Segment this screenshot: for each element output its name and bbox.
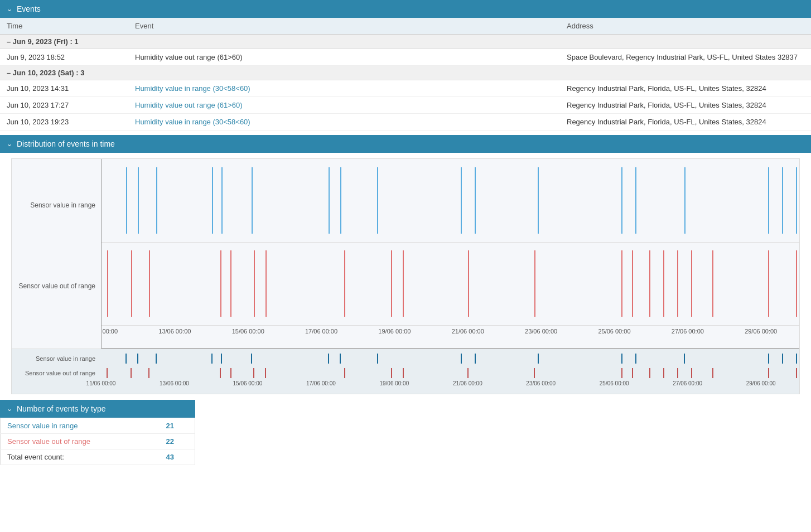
cell-time: Jun 9, 2023 18:52 <box>0 49 128 66</box>
mini-red-line <box>391 368 392 378</box>
cell-event: Humidity value out range (61>60) <box>128 49 560 66</box>
cell-time: Jun 10, 2023 17:27 <box>0 97 128 114</box>
mini-plot-red <box>101 366 799 380</box>
blue-event-line <box>252 167 253 234</box>
distribution-header: ⌄ Distribution of events in time <box>0 135 811 153</box>
mini-plot-blue <box>101 351 799 366</box>
mini-x-tick: 27/06 00:00 <box>673 380 702 386</box>
mini-red-line <box>691 368 692 378</box>
red-event-line <box>796 250 797 317</box>
mini-blue-line <box>211 354 213 364</box>
stats-section: ⌄ Number of events by type Sensor value … <box>0 400 811 465</box>
mini-blue-line <box>796 354 797 364</box>
mini-red-line <box>230 368 231 378</box>
mini-red-line <box>677 368 678 378</box>
mini-row-red: Sensor value out of range <box>12 366 799 380</box>
mini-red-line <box>220 368 221 378</box>
x-axis: 11/06 00:0013/06 00:0015/06 00:0017/06 0… <box>102 326 799 348</box>
cell-address: Regency Industrial Park, Florida, US-FL,… <box>560 97 811 114</box>
blue-event-line <box>538 167 539 234</box>
blue-event-line <box>475 167 476 234</box>
table-row: Jun 10, 2023 19:23 Humidity value in ran… <box>0 114 811 130</box>
blue-event-line <box>621 167 622 234</box>
mini-blue-line <box>782 354 783 364</box>
mini-red-line <box>265 368 266 378</box>
blue-event-line <box>329 167 330 234</box>
stats-value: 43 <box>159 449 195 465</box>
mini-blue-line <box>377 354 378 364</box>
group-label: – Jun 9, 2023 (Fri) : 1 <box>0 35 811 49</box>
stats-value: 22 <box>159 434 195 449</box>
events-section: ⌄ Events Time Event Address – Jun 9, 202… <box>0 0 811 130</box>
table-row: Jun 9, 2023 18:52 Humidity value out ran… <box>0 49 811 66</box>
blue-event-line <box>796 167 797 234</box>
x-tick-label: 25/06 00:00 <box>598 328 630 335</box>
col-event: Event <box>128 18 560 35</box>
band-in-range <box>102 159 799 243</box>
cell-event: Humidity value in range (30<58<60) <box>128 80 560 97</box>
mini-x-axis: 11/06 00:0013/06 00:0015/06 00:0017/06 0… <box>101 380 799 391</box>
red-event-line <box>663 250 664 317</box>
blue-event-line <box>635 167 636 234</box>
mini-blue-line <box>328 354 329 364</box>
red-event-line <box>677 250 678 317</box>
cell-address: Regency Industrial Park, Florida, US-FL,… <box>560 80 811 97</box>
stats-label: Sensor value in range <box>1 418 160 434</box>
x-tick-label: 15/06 00:00 <box>232 328 264 335</box>
x-tick-label: 21/06 00:00 <box>452 328 484 335</box>
x-tick-label: 27/06 00:00 <box>672 328 704 335</box>
mini-red-line <box>344 368 345 378</box>
stats-label: Total event count: <box>1 449 160 465</box>
blue-event-line <box>138 167 139 234</box>
mini-x-tick: 23/06 00:00 <box>526 380 556 386</box>
stats-header: ⌄ Number of events by type <box>0 400 195 418</box>
distribution-section: ⌄ Distribution of events in time Sensor … <box>0 135 811 394</box>
stats-row: Sensor value out of range 22 <box>1 434 195 449</box>
mini-blue-line <box>538 354 539 364</box>
x-tick-label: 29/06 00:00 <box>745 328 777 335</box>
mini-x-tick: 15/06 00:00 <box>233 380 262 386</box>
red-event-line <box>691 250 692 317</box>
mini-red-line <box>621 368 622 378</box>
mini-red-line <box>632 368 633 378</box>
y-labels: Sensor value in range Sensor value out o… <box>12 159 101 349</box>
mini-chart: Sensor value in range Sensor value out o… <box>11 349 800 394</box>
red-event-line <box>712 250 713 317</box>
mini-red-line <box>534 368 535 378</box>
table-row: Jun 10, 2023 14:31 Humidity value in ran… <box>0 80 811 97</box>
mini-red-line <box>768 368 769 378</box>
mini-x-tick: 21/06 00:00 <box>453 380 482 386</box>
red-event-line <box>149 250 150 317</box>
chevron-icon[interactable]: ⌄ <box>7 5 12 13</box>
mini-label-in-range: Sensor value in range <box>12 355 101 362</box>
red-event-line <box>344 250 345 317</box>
mini-x-tick: 13/06 00:00 <box>160 380 189 386</box>
mini-x-tick: 25/06 00:00 <box>600 380 629 386</box>
red-event-line <box>131 250 132 317</box>
mini-red-line <box>253 368 254 378</box>
blue-event-line <box>212 167 213 234</box>
blue-event-line <box>377 167 378 234</box>
x-tick-label: 23/06 00:00 <box>525 328 557 335</box>
cell-event: Humidity value in range (30<58<60) <box>128 114 560 130</box>
stats-value: 21 <box>159 418 195 434</box>
mini-red-line <box>649 368 650 378</box>
blue-event-line <box>221 167 223 234</box>
cell-address: Regency Industrial Park, Florida, US-FL,… <box>560 114 811 130</box>
blue-event-line <box>156 167 157 234</box>
red-event-line <box>768 250 769 317</box>
chevron-icon-2[interactable]: ⌄ <box>7 140 12 148</box>
events-table: Time Event Address – Jun 9, 2023 (Fri) :… <box>0 18 811 130</box>
y-label-in-range: Sensor value in range <box>17 201 95 209</box>
red-event-line <box>391 250 392 317</box>
y-label-out-range: Sensor value out of range <box>17 282 95 290</box>
stats-title: Number of events by type <box>17 404 106 413</box>
mini-blue-line <box>125 354 127 364</box>
stats-label: Sensor value out of range <box>1 434 160 449</box>
mini-blue-line <box>768 354 769 364</box>
mini-x-tick: 11/06 00:00 <box>86 380 116 386</box>
stats-row: Sensor value in range 21 <box>1 418 195 434</box>
mini-blue-line <box>621 354 622 364</box>
chevron-icon-3[interactable]: ⌄ <box>7 405 12 413</box>
mini-x-tick: 17/06 00:00 <box>306 380 336 386</box>
